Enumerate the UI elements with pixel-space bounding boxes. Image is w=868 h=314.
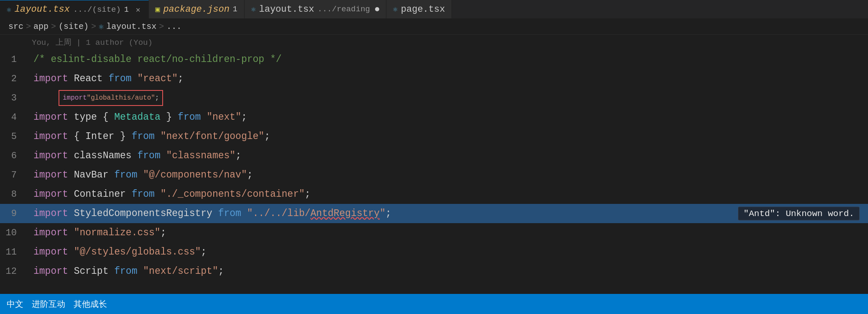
line-content-9: import StyledComponentsRegistry from "..… xyxy=(25,204,391,223)
tab-label-2: package.json xyxy=(163,4,229,15)
token xyxy=(241,208,247,219)
token: import xyxy=(33,227,68,238)
token xyxy=(68,247,74,257)
token: "@/styles/globals.css" xyxy=(74,247,201,257)
token: } xyxy=(161,112,178,123)
token: "next/script" xyxy=(143,266,218,277)
error-msg: "Antd": Unknown word. xyxy=(743,209,854,219)
tab-bar: ⚛ layout.tsx .../(site) 1 ✕ ▣ package.js… xyxy=(0,0,868,19)
token: import xyxy=(33,266,68,277)
token xyxy=(132,73,138,84)
token xyxy=(155,131,161,142)
token: from xyxy=(132,131,155,142)
code-line-1: 1 /* eslint-disable react/no-children-pr… xyxy=(0,50,868,69)
token: import xyxy=(33,131,68,142)
token xyxy=(201,112,207,123)
token: import xyxy=(33,170,68,180)
tab-package-json[interactable]: ▣ package.json 1 xyxy=(149,0,245,18)
breadcrumb: src > app > (site) > ⚛ layout.tsx > ... xyxy=(0,19,868,35)
tsx-icon-4: ⚛ xyxy=(393,5,398,14)
token: ; xyxy=(385,208,391,219)
tab-badge-2: 1 xyxy=(233,5,237,13)
tab-layout-reading[interactable]: ⚛ layout.tsx .../reading xyxy=(245,0,386,18)
token: import xyxy=(33,208,68,219)
tab-layout-site[interactable]: ⚛ layout.tsx .../(site) 1 ✕ xyxy=(0,0,149,18)
token: ; xyxy=(218,266,224,277)
token: import xyxy=(33,150,68,161)
tab-modified-dot-3 xyxy=(375,7,379,11)
line-content-1: /* eslint-disable react/no-children-prop… xyxy=(25,50,282,69)
token: AntdRegistry xyxy=(311,208,380,219)
token: import xyxy=(33,247,68,257)
code-line-9: 9 import StyledComponentsRegistry from "… xyxy=(0,204,868,223)
token: "next" xyxy=(207,112,241,123)
code-line-8: 8 import Container from "./_components/c… xyxy=(0,185,868,204)
code-line-5: 5 import { Inter } from "next/font/googl… xyxy=(0,127,868,146)
line-content-6: import classNames from "classnames" ; xyxy=(25,146,241,165)
blame-line: You, 上周 | 1 author (You) xyxy=(0,35,868,50)
tsx-icon-3: ⚛ xyxy=(251,5,256,14)
tab-label-3: layout.tsx xyxy=(259,4,314,15)
line-num-9: 9 xyxy=(0,208,25,219)
token: "react" xyxy=(137,73,178,84)
token: from xyxy=(178,112,201,123)
json-icon: ▣ xyxy=(156,5,160,14)
code-line-3: 3 import "globalthis/auto" ; xyxy=(0,88,868,108)
token xyxy=(68,227,74,238)
token: { Inter } xyxy=(68,131,132,142)
blame-text: You, 上周 | 1 author (You) xyxy=(32,37,153,48)
line-num-6: 6 xyxy=(0,151,25,161)
breadcrumb-filename: layout.tsx xyxy=(106,22,156,31)
token: NavBar xyxy=(68,170,114,180)
line-num-5: 5 xyxy=(0,131,25,142)
bc-sep-2: > xyxy=(51,22,56,31)
line-num-4: 4 xyxy=(0,112,25,123)
token: from xyxy=(108,73,131,84)
token: from xyxy=(218,208,241,219)
token: ; xyxy=(161,227,166,238)
line-content-10: import "normalize.css" ; xyxy=(25,223,166,242)
token: "classnames" xyxy=(166,150,236,161)
token: Metadata xyxy=(114,112,160,123)
line-content-2: import React from "react" ; xyxy=(25,69,184,88)
token: Container xyxy=(68,189,132,200)
line-content-11: import "@/styles/globals.css" ; xyxy=(25,242,207,262)
tab-label-1: layout.tsx xyxy=(15,4,70,15)
token xyxy=(137,266,143,277)
token xyxy=(161,150,166,161)
line-content-5: import { Inter } from "next/font/google"… xyxy=(25,127,270,146)
token: from xyxy=(114,266,137,277)
status-item-1[interactable]: 中文 xyxy=(7,299,23,310)
code-line-4: 4 import type { Metadata } from "next" ; xyxy=(0,108,868,127)
tab-page-tsx[interactable]: ⚛ page.tsx xyxy=(386,0,452,18)
token: " xyxy=(380,208,385,219)
tab-label-4: page.tsx xyxy=(401,4,445,15)
token: { xyxy=(103,112,115,123)
token: import xyxy=(33,112,68,123)
token: React xyxy=(68,73,109,84)
token: "./_components/container" xyxy=(161,189,305,200)
code-line-2: 2 import React from "react" ; xyxy=(0,69,868,88)
line-content-12: import Script from "next/script" ; xyxy=(25,262,224,281)
token: import xyxy=(33,189,68,200)
code-line-12: 12 import Script from "next/script" ; xyxy=(0,262,868,281)
token: ; xyxy=(235,150,241,161)
status-item-2[interactable]: 进阶互动 xyxy=(32,299,65,310)
breadcrumb-src: src xyxy=(8,22,23,31)
bc-sep-1: > xyxy=(26,22,31,31)
token: type xyxy=(68,112,103,123)
token: ; xyxy=(264,131,270,142)
tab-sublabel-3: .../reading xyxy=(318,5,370,14)
token: classNames xyxy=(68,150,138,161)
status-item-3[interactable]: 其他成长 xyxy=(74,299,107,310)
code-line-11: 11 import "@/styles/globals.css" ; xyxy=(0,242,868,262)
line-num-11: 11 xyxy=(0,247,25,257)
line-num-1: 1 xyxy=(0,54,25,65)
line-content-7: import NavBar from "@/components/nav" ; xyxy=(25,165,253,185)
code-area: 1 /* eslint-disable react/no-children-pr… xyxy=(0,50,868,281)
token: from xyxy=(114,170,137,180)
line-num-12: 12 xyxy=(0,266,25,277)
token: /* eslint-disable react/no-children-prop… xyxy=(33,54,282,65)
tab-close-1[interactable]: ✕ xyxy=(135,5,142,15)
code-line-6: 6 import classNames from "classnames" ; xyxy=(0,146,868,165)
